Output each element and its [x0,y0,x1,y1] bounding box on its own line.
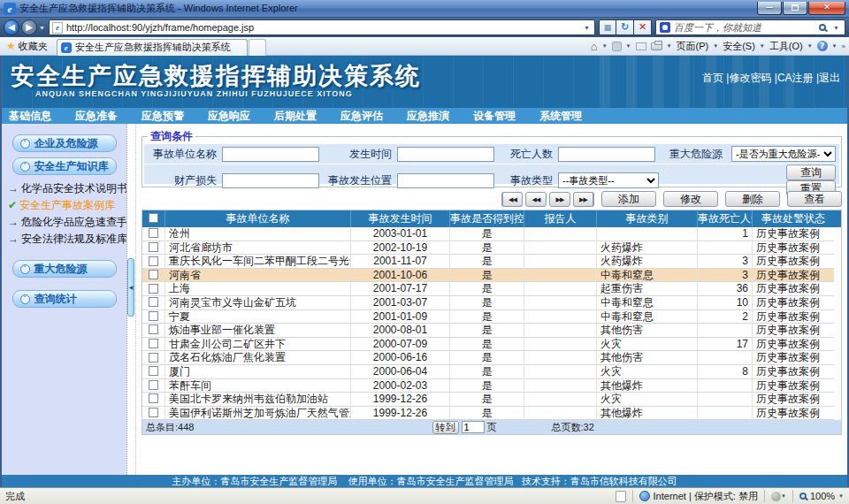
home-icon[interactable]: ⌂ [591,40,598,53]
main-menu-item[interactable]: 应急推演 [407,109,449,124]
table-row[interactable]: 茂名石化炼油厂焦化装置 2000-06-16 是 其他伤害 历史事故案例 [142,351,841,365]
deaths-input[interactable] [558,147,655,162]
occur-time-input[interactable] [397,147,494,162]
address-history-dropdown-icon[interactable]: ▼ [582,25,592,31]
rss-dropdown-icon[interactable]: ▼ [626,43,631,49]
tools-menu-dropdown-icon[interactable]: ▼ [807,43,813,49]
zoom-control[interactable]: 100% ▼ [799,491,844,501]
maximize-button[interactable] [783,2,807,15]
sidebar-splitter[interactable]: ◀ [126,124,136,475]
browser-tab[interactable]: e 安全生产应急救援指挥辅助决策系统 [57,39,248,56]
table-row[interactable]: 厦门 2000-06-04 是 火灾 8 历史事故案例 [142,365,841,379]
row-checkbox[interactable] [149,256,158,266]
minimize-button[interactable]: — [757,2,782,15]
add-button[interactable]: 添加 [601,191,656,207]
table-row[interactable]: 重庆长风化一车间二苯甲酮工段二号光化釜 2001-11-07 是 火药爆炸 3 … [142,255,841,269]
sidebar-group-knowledge-base[interactable]: ˅ 安全生产知识库 [12,157,117,175]
delete-button[interactable]: 删除 [725,191,780,207]
table-row[interactable]: 上海 2001-07-17 是 起重伤害 36 历史事故案例 [142,282,841,296]
tools-menu[interactable]: 工具(O) [769,40,803,53]
row-checkbox[interactable] [149,228,158,238]
table-row[interactable]: 河南省 2001-10-06 是 中毒和窒息 3 历史事故案例 [142,269,841,283]
rss-feed-icon[interactable] [612,42,622,51]
row-checkbox[interactable] [149,380,158,390]
sidebar-group-major-hazards[interactable]: ˅ 重大危险源 [12,260,117,278]
main-menu-item[interactable]: 应急预警 [142,109,184,124]
goto-page-input[interactable] [462,421,485,433]
table-row[interactable]: 美国北卡罗来纳州韦兹伯勒加油站 1999-12-26 是 火灾 历史事故案例 [142,393,841,407]
row-checkbox[interactable] [149,284,158,294]
row-checkbox[interactable] [149,325,158,334]
page-menu[interactable]: 页面(P) [677,40,709,53]
refresh-button[interactable]: ↻ [616,19,634,35]
main-menu-item[interactable]: 设备管理 [473,109,516,124]
recent-pages-dropdown-icon[interactable]: ▼ [39,25,45,31]
main-menu-item[interactable]: 基础信息 [9,109,51,124]
main-menu-item[interactable]: 应急准备 [75,109,118,124]
mail-icon[interactable] [636,42,646,50]
row-checkbox[interactable] [149,311,158,321]
property-loss-input[interactable] [222,173,319,188]
back-button[interactable]: ◀ [4,19,19,35]
row-checkbox[interactable] [149,242,158,252]
last-page-button[interactable]: ▶▶ [573,192,594,207]
main-menu-item[interactable]: 系统管理 [539,109,582,124]
row-checkbox[interactable] [149,353,158,363]
row-checkbox[interactable] [149,339,158,348]
search-icon[interactable] [819,24,826,31]
more-commands-chevron-icon[interactable]: » [842,42,845,50]
search-box[interactable]: 百度一下，你就知道 ▼ [655,19,845,35]
top-link[interactable]: 修改密码 [723,71,771,86]
table-row[interactable]: 河南灵宝市义寺山金矿五坑 2001-03-07 是 中毒和窒息 10 历史事故案… [142,296,841,310]
table-row[interactable]: 宁夏 2001-01-09 是 中毒和窒息 2 历史事故案例 [142,310,841,325]
safety-menu[interactable]: 安全(S) [723,40,755,53]
print-icon[interactable] [651,42,662,50]
unit-name-input[interactable] [222,147,319,162]
first-page-button[interactable]: ◀◀ [501,192,523,207]
close-button[interactable]: ✕ [808,2,845,15]
sidebar-item[interactable]: →✔化学品安全技术说明书 [6,180,126,197]
compatibility-view-button[interactable]: ▦ [599,19,616,35]
sidebar-group-query-statistics[interactable]: ˅ 查询统计 [12,290,117,308]
help-dropdown-icon[interactable]: ▼ [832,43,838,49]
new-tab-button[interactable] [249,39,266,56]
home-dropdown-icon[interactable]: ▼ [602,43,608,49]
view-button[interactable]: 查看 [787,191,842,207]
row-checkbox[interactable] [149,297,158,307]
row-checkbox[interactable] [149,408,158,417]
table-row[interactable]: 美国伊利诺斯州芝加哥炼油厂天然气管道 1999-12-26 是 其他爆炸 历史事… [142,407,841,421]
top-link[interactable]: 首页 [702,71,723,86]
top-link[interactable]: CA注册 [771,71,813,86]
safety-menu-dropdown-icon[interactable]: ▼ [760,43,765,49]
search-button[interactable]: 查询 [786,164,836,180]
main-menu-item[interactable]: 应急响应 [208,109,250,124]
table-row[interactable]: 甘肃金川公司二矿区井下 2000-07-09 是 火灾 17 历史事故案例 [142,338,841,352]
select-all-checkbox[interactable] [149,213,158,223]
zoom-dropdown-icon[interactable]: ▼ [838,493,844,499]
sidebar-item[interactable]: →✔安全生产事故案例库 [6,197,126,214]
modify-button[interactable]: 修改 [663,191,718,207]
print-dropdown-icon[interactable]: ▼ [667,43,672,49]
accident-type-select[interactable]: --事故类型-- [558,172,659,188]
page-menu-dropdown-icon[interactable]: ▼ [713,43,718,49]
row-checkbox[interactable] [149,393,158,403]
address-bar[interactable]: e http://localhost:90/yjzh/frame/homepag… [49,19,595,35]
favorites-label[interactable]: 收藏夹 [19,40,48,53]
top-link[interactable]: 退出 [814,71,840,86]
table-row[interactable]: 河北省廊坊市 2002-10-19 是 火药爆炸 历史事故案例 [142,241,841,256]
table-row[interactable]: 炼油事业部一催化装置 2000-08-01 是 其他伤害 历史事故案例 [142,324,841,338]
goto-page-button[interactable]: 转到 [432,421,459,434]
stop-button[interactable]: ✕ [634,19,652,35]
row-checkbox[interactable] [149,270,158,279]
table-row[interactable]: 苯酐车间 2000-02-03 是 其他爆炸 历史事故案例 [142,379,841,393]
smartscreen-dropdown-icon[interactable]: ▼ [781,493,786,499]
favorites-star-icon[interactable]: ★ [6,40,16,52]
sidebar-collapse-handle[interactable]: ◀ [127,258,134,317]
main-menu-item[interactable]: 后期处置 [274,109,317,124]
search-provider-dropdown-icon[interactable]: ▼ [831,25,841,31]
prev-page-button[interactable]: ◀◀ [525,192,547,207]
forward-button[interactable]: ▶ [21,19,37,35]
table-row[interactable]: 沧州 2003-01-01 是 1 历史事故案例 [142,227,841,241]
main-menu-item[interactable]: 应急评估 [340,109,383,124]
search-input[interactable]: 百度一下，你就知道 [674,21,819,34]
